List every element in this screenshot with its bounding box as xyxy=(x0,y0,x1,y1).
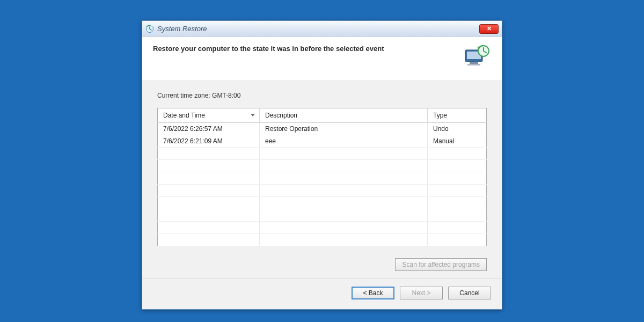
wizard-instruction: Restore your computer to the state it wa… xyxy=(153,45,384,53)
restore-points-body: 7/6/2022 6:26:57 AMRestore OperationUndo… xyxy=(158,123,487,246)
cell-date: 7/6/2022 6:21:09 AM xyxy=(158,135,260,148)
table-row[interactable] xyxy=(158,197,487,209)
system-restore-icon xyxy=(145,25,154,33)
cell-type: Undo xyxy=(428,123,487,135)
wizard-header: Restore your computer to the state it wa… xyxy=(142,37,502,81)
cancel-button[interactable]: Cancel xyxy=(448,287,491,299)
back-button[interactable]: < Back xyxy=(352,287,394,299)
column-header-description[interactable]: Description xyxy=(260,108,428,123)
table-row[interactable] xyxy=(158,172,487,185)
chevron-down-icon xyxy=(251,114,255,116)
table-row[interactable] xyxy=(158,222,487,234)
titlebar: System Restore ✕ xyxy=(142,21,502,37)
column-header-type-label: Type xyxy=(433,112,447,119)
restore-wizard-icon xyxy=(463,45,491,69)
next-button[interactable]: Next > xyxy=(400,287,443,299)
table-header-row: Date and Time Description Type xyxy=(158,108,487,123)
close-button[interactable]: ✕ xyxy=(479,24,499,34)
restore-points-table[interactable]: Date and Time Description Type 7/6/2022 … xyxy=(157,108,487,246)
table-row[interactable] xyxy=(158,160,487,172)
column-header-type[interactable]: Type xyxy=(428,108,487,123)
table-row[interactable] xyxy=(158,185,487,197)
cell-date: 7/6/2022 6:26:57 AM xyxy=(158,123,260,135)
svg-rect-4 xyxy=(470,62,478,64)
wizard-content: Current time zone: GMT-8:00 Date and Tim… xyxy=(142,81,502,279)
system-restore-dialog: System Restore ✕ Restore your computer t… xyxy=(142,20,502,310)
svg-rect-5 xyxy=(467,64,480,65)
cell-description: eee xyxy=(260,135,428,148)
column-header-date[interactable]: Date and Time xyxy=(158,108,260,123)
table-row[interactable] xyxy=(158,148,487,160)
timezone-label: Current time zone: GMT-8:00 xyxy=(157,92,487,99)
column-header-description-label: Description xyxy=(265,112,297,119)
cell-type: Manual xyxy=(428,135,487,148)
table-row[interactable] xyxy=(158,234,487,246)
scan-affected-programs-button[interactable]: Scan for affected programs xyxy=(395,258,487,271)
table-row[interactable]: 7/6/2022 6:21:09 AMeeeManual xyxy=(158,135,487,148)
cell-description: Restore Operation xyxy=(260,123,428,135)
table-row[interactable] xyxy=(158,209,487,222)
column-header-date-label: Date and Time xyxy=(163,112,205,119)
window-title: System Restore xyxy=(157,25,479,33)
close-icon: ✕ xyxy=(487,25,492,32)
table-row[interactable]: 7/6/2022 6:26:57 AMRestore OperationUndo xyxy=(158,123,487,135)
wizard-footer: < Back Next > Cancel xyxy=(142,279,502,309)
